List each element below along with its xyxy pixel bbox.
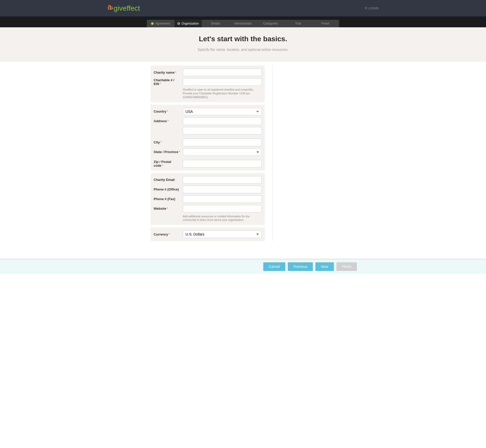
wizard-step-administrator[interactable]: Administrator — [229, 20, 257, 27]
wizard-step-label: Details — [211, 22, 220, 25]
footer-bar: Cancel Previous Next Finish — [0, 259, 486, 274]
login-label: LOGIN — [368, 7, 378, 10]
wizard-step-agreement[interactable]: Agreement — [147, 20, 174, 27]
address1-input[interactable] — [183, 117, 262, 125]
brand-logo-icon — [108, 5, 112, 12]
wizard-step-organization[interactable]: Organization — [174, 20, 202, 27]
previous-button[interactable]: Previous — [288, 262, 313, 271]
page-title: Let's start with the basics. — [0, 35, 486, 43]
website-input[interactable] — [183, 205, 262, 212]
address2-input[interactable] — [183, 127, 262, 135]
phone-office-input[interactable] — [183, 186, 262, 193]
wizard-step-label: Agreement — [155, 22, 170, 25]
login-icon — [365, 7, 367, 10]
city-label: City* — [154, 140, 183, 144]
login-link[interactable]: LOGIN — [365, 7, 378, 10]
wizard-step-label: Trial — [295, 22, 301, 25]
ein-label: Charitable # / EIN* — [154, 78, 183, 86]
state-label: State / Province* — [154, 150, 183, 154]
website-label: Website* — [154, 207, 183, 210]
zip-input[interactable] — [183, 160, 262, 167]
charity-name-label: Charity name* — [154, 71, 183, 74]
next-button[interactable]: Next — [315, 262, 334, 271]
cancel-button[interactable]: Cancel — [263, 262, 286, 271]
brand-logo[interactable]: giveffect — [108, 4, 140, 12]
city-input[interactable] — [183, 139, 262, 146]
currency-select[interactable]: U.S. Dollars — [183, 230, 262, 238]
address-label: Address* — [154, 119, 183, 123]
currency-label: Currency* — [154, 232, 183, 236]
state-select[interactable] — [183, 148, 262, 156]
charity-email-label: Charity Email — [154, 178, 183, 182]
panel-charity-basic: Charity name* Charitable # / EIN* Giveff… — [151, 66, 265, 102]
wizard-step-categories[interactable]: Categories — [257, 20, 284, 27]
wizard-step-label: Organization — [181, 22, 199, 25]
brand-name: giveffect — [114, 4, 140, 12]
wizard-step-label: Administrator — [234, 22, 252, 25]
page-subtitle: Specify the name, location, and optional… — [0, 48, 486, 52]
phone-fax-input[interactable] — [183, 195, 262, 203]
top-navbar: giveffect LOGIN — [0, 0, 486, 16]
hero: Let's start with the basics. Specify the… — [0, 27, 486, 62]
wizard-step-label: Categories — [263, 22, 278, 25]
finish-button: Finish — [336, 262, 357, 271]
wizard-bar: Agreement Organization Details Administr… — [0, 16, 486, 27]
wizard-step-details[interactable]: Details — [202, 20, 229, 27]
website-help-text: Add additional resources or contact info… — [183, 215, 262, 222]
country-select[interactable]: USA — [183, 108, 262, 115]
panel-currency: Currency* U.S. Dollars — [151, 227, 265, 241]
charity-name-input[interactable] — [183, 69, 262, 76]
ein-input[interactable] — [183, 78, 262, 86]
check-circle-icon — [151, 22, 154, 25]
charity-email-input[interactable] — [183, 176, 262, 184]
wizard-step-trial[interactable]: Trial — [284, 20, 312, 27]
country-label: Country* — [154, 110, 183, 113]
wizard-steps: Agreement Organization Details Administr… — [147, 20, 339, 27]
zip-label: Zip / Postal code* — [154, 160, 183, 167]
wizard-step-finish[interactable]: Finish — [312, 20, 339, 27]
phone-fax-label: Phone # (Fax) — [154, 197, 183, 201]
wizard-step-label: Finish — [321, 22, 330, 25]
ein-help-text: Giveffect is open to all registered char… — [183, 88, 262, 99]
panel-contact: Charity Email Phone # (Office) Phone # (… — [151, 173, 265, 225]
panel-address: Country* USA Address* City* — [151, 105, 265, 170]
form-container: Charity name* Charitable # / EIN* Giveff… — [147, 62, 339, 259]
phone-office-label: Phone # (Office) — [154, 187, 183, 191]
check-circle-icon — [177, 22, 180, 25]
